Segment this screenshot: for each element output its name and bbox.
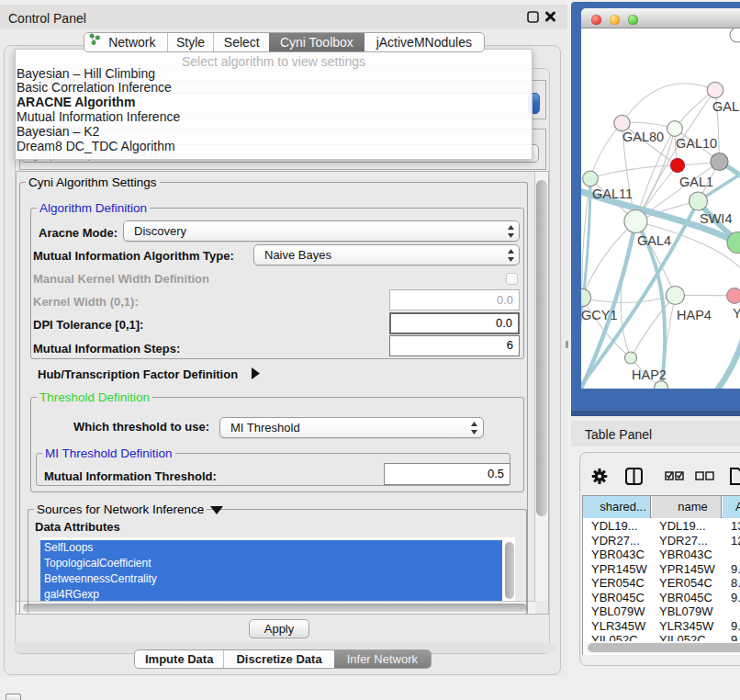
svg-text:HAP4: HAP4 — [677, 308, 712, 322]
svg-text:GAL11: GAL11 — [592, 186, 633, 201]
svg-text:GAL4: GAL4 — [637, 233, 671, 248]
svg-text:GCY1: GCY1 — [581, 308, 618, 322]
svg-text:GAL10: GAL10 — [676, 136, 717, 151]
svg-text:GAL80: GAL80 — [622, 130, 664, 144]
svg-text:YJ: YJ — [733, 306, 740, 321]
svg-text:HAP2: HAP2 — [632, 367, 667, 382]
svg-text:SWI4: SWI4 — [700, 211, 732, 226]
svg-text:GAL1: GAL1 — [679, 175, 713, 189]
svg-text:GAL2: GAL2 — [712, 99, 740, 114]
